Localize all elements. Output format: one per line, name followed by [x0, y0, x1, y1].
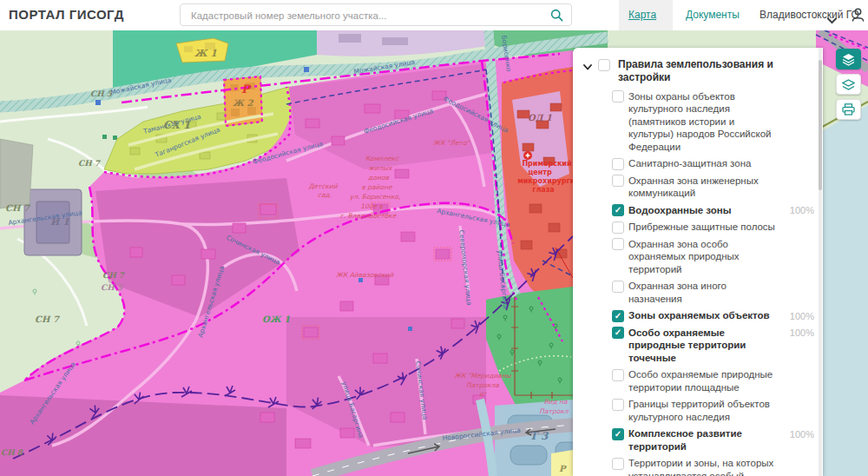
layer-label: Особо охраняемые природные территории пл… [628, 369, 773, 393]
svg-text:микрохирургии: микрохирургии [517, 177, 580, 185]
svg-text:г. Владивостоке: г. Владивостоке [340, 212, 398, 220]
layer-label: Зоны охраняемых объектов [628, 310, 770, 321]
layer-label: Водоохранные зоны [628, 205, 732, 215]
layer-checkbox[interactable] [612, 399, 624, 411]
top-bar: ПОРТАЛ ГИСОГД Карта Документы Владивосто… [0, 0, 868, 30]
svg-text:СН 5: СН 5 [90, 89, 113, 98]
user-account-icon[interactable] [851, 7, 865, 26]
layer-checkbox[interactable]: ✓ [612, 204, 624, 216]
layer-opacity: 100% [790, 428, 814, 441]
search-box [180, 3, 572, 26]
search-icon[interactable] [550, 9, 563, 25]
layer-label: Комплексное развитие территорий [628, 428, 742, 452]
layer-checkbox[interactable] [612, 238, 624, 250]
svg-text:ОЖ 1: ОЖ 1 [262, 314, 290, 324]
svg-text:в районе: в районе [361, 183, 393, 191]
layer-row: Охранная зона инженерных коммуникаций [573, 172, 823, 202]
svg-text:Детский: Детский [308, 182, 338, 190]
layer-row: Охранная зона иного назначения [573, 278, 823, 307]
layer-checkbox[interactable] [612, 281, 624, 293]
layer-checkbox[interactable] [612, 221, 624, 234]
layer-group-label: Правила землепользования и застройки [618, 58, 773, 83]
svg-text:ЖК "Лето": ЖК "Лето" [433, 139, 470, 147]
layer-label: Границы территорий объектов культурного … [628, 399, 770, 422]
layer-row: Территории и зоны, на которых устанавлив… [573, 455, 823, 476]
svg-text:Патрокла: Патрокла [466, 381, 499, 389]
svg-text:СН 7: СН 7 [78, 159, 102, 168]
layer-row: ✓Комплексное развитие территорий100% [573, 426, 823, 455]
svg-text:СН 8: СН 8 [1, 448, 24, 457]
layer-group-checkbox[interactable] [598, 59, 610, 71]
svg-text:СН 7: СН 7 [35, 314, 60, 324]
tab-map[interactable]: Карта [628, 9, 656, 21]
layer-opacity: 100% [790, 327, 814, 340]
layer-row: Особо охраняемые природные территории пл… [573, 367, 823, 396]
layer-checkbox[interactable] [612, 90, 624, 102]
layer-label: Охранная зона иного назначения [628, 281, 727, 304]
svg-text:центр: центр [528, 169, 552, 176]
layer-label: Прибрежные защитные полосы [628, 221, 775, 232]
layer-checkbox[interactable] [612, 369, 624, 381]
svg-text:ОД 1: ОД 1 [528, 113, 552, 122]
svg-text:глаза: глаза [532, 186, 554, 194]
svg-text:Комплекс: Комплекс [365, 155, 399, 162]
layer-opacity: 100% [790, 310, 814, 323]
layer-row: ✓Зоны охраняемых объектов100% [573, 307, 823, 325]
layer-checkbox[interactable] [612, 158, 624, 170]
layer-checkbox[interactable]: ✓ [612, 327, 624, 339]
panel-scrollbar[interactable] [819, 48, 822, 476]
layer-row: Санитарно-защитная зона [573, 155, 823, 173]
layer-row: Прибрежные защитные полосы [573, 219, 823, 236]
panel-scrollbar-thumb[interactable] [819, 60, 822, 190]
printer-icon [842, 103, 855, 116]
layer-checkbox[interactable] [612, 458, 624, 470]
svg-text:сад.: сад. [318, 191, 332, 199]
svg-text:Ж 1: Ж 1 [194, 48, 217, 59]
svg-text:ул. Борисенко,: ул. Борисенко, [350, 193, 401, 201]
svg-text:Ж 2: Ж 2 [233, 98, 254, 108]
layer-label: Санитарно-защитная зона [628, 158, 751, 169]
svg-text:СН 5: СН 5 [101, 283, 123, 292]
svg-text:Т 3: Т 3 [529, 430, 549, 442]
layer-label: Зоны охраны объектов культурного наследи… [628, 91, 772, 152]
chevron-down-icon[interactable] [583, 61, 592, 74]
svg-text:домов: домов [368, 174, 390, 182]
layer-label: Особо охраняемые природные территории то… [628, 327, 746, 363]
layer-checkbox[interactable] [612, 175, 624, 187]
svg-text:СН 7: СН 7 [5, 203, 30, 213]
svg-text:ЖК Айвазовский: ЖК Айвазовский [336, 271, 394, 279]
layers-stack-icon [842, 53, 855, 66]
app-logo[interactable]: ПОРТАЛ ГИСОГД [9, 7, 124, 22]
svg-text:жилых: жилых [369, 164, 393, 172]
svg-text:СХ 1: СХ 1 [163, 119, 190, 131]
layer-label: Охранная зона инженерных коммуникаций [628, 175, 759, 199]
layer-row: ✓Особо охраняемые природные территории т… [573, 324, 823, 367]
print-button[interactable] [836, 99, 861, 120]
layer-row: Зоны охраны объектов культурного наследи… [573, 88, 823, 155]
layer-row: Границы территорий объектов культурного … [573, 396, 823, 426]
layers-outline-icon [842, 79, 855, 90]
layer-label: Территории и зоны, на которых устанавлив… [628, 458, 776, 476]
tab-documents[interactable]: Документы [686, 9, 740, 21]
layer-group-row: Правила землепользования и застройки [573, 55, 823, 88]
layers-panel: Правила землепользования и застройки Зон… [573, 48, 823, 476]
svg-text:100е в: 100е в [360, 202, 383, 210]
region-selector[interactable]: Владивостокский ГО [760, 9, 859, 21]
basemap-button[interactable] [836, 74, 861, 95]
layer-label: Охранная зона особо охраняемых природных… [628, 239, 740, 274]
layer-row: ✓Водоохранные зоны100% [573, 202, 823, 219]
svg-text:Патрокл: Патрокл [539, 407, 569, 415]
layer-checkbox[interactable]: ✓ [612, 428, 624, 440]
layer-row: Охранная зона особо охраняемых природных… [573, 235, 823, 278]
layer-opacity: 100% [790, 204, 814, 217]
layer-checkbox[interactable]: ✓ [612, 310, 624, 322]
svg-text:ЖК "Меридианы: ЖК "Меридианы [454, 372, 512, 380]
gisogd-portal: Можайская улица Можайская улица Таманска… [0, 0, 868, 476]
svg-text:Приморский: Приморский [522, 160, 571, 168]
svg-text:Вид на: Вид на [543, 398, 567, 406]
svg-text:СН 7: СН 7 [102, 271, 126, 280]
map-tools [836, 49, 861, 124]
search-input[interactable] [189, 5, 540, 26]
chevron-down-icon[interactable] [827, 12, 837, 28]
layers-button[interactable] [836, 49, 861, 69]
